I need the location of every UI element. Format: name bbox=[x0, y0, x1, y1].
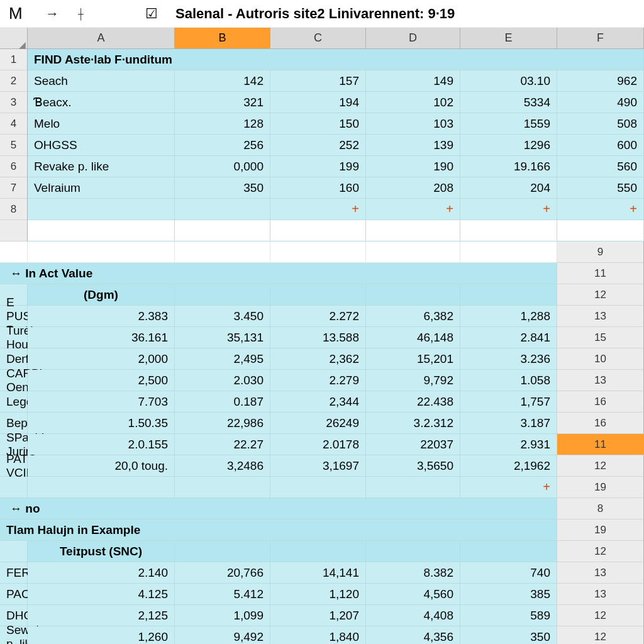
cell[interactable] bbox=[366, 242, 460, 263]
cell[interactable]: Sewake p. like bbox=[0, 626, 28, 644]
cell[interactable]: 2.279 bbox=[270, 370, 366, 391]
cell[interactable]: 350 bbox=[175, 177, 270, 199]
cell[interactable]: 160 bbox=[270, 177, 366, 199]
cell[interactable]: 2.272 bbox=[270, 306, 366, 327]
row-header[interactable]: 4 bbox=[0, 113, 28, 135]
cell[interactable]: 1,260 bbox=[28, 626, 175, 644]
row-header[interactable]: 7 bbox=[0, 177, 28, 199]
cell[interactable] bbox=[175, 242, 270, 263]
add-icon[interactable]: + bbox=[366, 199, 460, 220]
cell[interactable] bbox=[175, 284, 270, 306]
col-header-b[interactable]: B bbox=[175, 28, 270, 48]
cell[interactable]: 350 bbox=[460, 626, 557, 644]
row-header[interactable]: 13 bbox=[557, 306, 644, 327]
cell[interactable]: 149 bbox=[366, 70, 460, 92]
cell[interactable]: 1296 bbox=[460, 135, 557, 156]
cell[interactable]: 20,766 bbox=[175, 562, 270, 584]
cell[interactable] bbox=[366, 284, 460, 306]
row-header[interactable]: 12 bbox=[557, 284, 644, 306]
select-all-corner[interactable] bbox=[0, 28, 28, 48]
cell[interactable]: 3,1697 bbox=[270, 455, 366, 477]
row-header[interactable]: 19 bbox=[557, 519, 644, 541]
cell[interactable]: 5.412 bbox=[175, 584, 270, 605]
cell[interactable] bbox=[270, 220, 366, 242]
cell[interactable] bbox=[175, 199, 270, 220]
cell[interactable]: 740 bbox=[460, 562, 557, 584]
cell[interactable]: 321 bbox=[175, 92, 270, 113]
row-header[interactable]: 19 bbox=[557, 477, 644, 498]
cell[interactable]: FERS bbox=[0, 562, 28, 584]
cell[interactable] bbox=[460, 284, 557, 306]
cell[interactable]: 46,148 bbox=[366, 327, 460, 348]
cell[interactable]: 1,757 bbox=[460, 391, 557, 413]
row-header[interactable]: 9 bbox=[557, 242, 644, 263]
cell[interactable]: 9,792 bbox=[366, 370, 460, 391]
cell[interactable] bbox=[270, 284, 366, 306]
col-header-f[interactable]: F bbox=[557, 28, 644, 48]
cell[interactable] bbox=[557, 220, 644, 242]
cell[interactable]: 103 bbox=[366, 113, 460, 135]
cell[interactable]: 490 bbox=[557, 92, 644, 113]
cell[interactable]: 385 bbox=[460, 584, 557, 605]
cell[interactable]: 36.161 bbox=[28, 327, 175, 348]
cell[interactable] bbox=[366, 220, 460, 242]
cell[interactable]: 3,5650 bbox=[366, 455, 460, 477]
cell[interactable]: 7.703 bbox=[28, 391, 175, 413]
cell[interactable] bbox=[28, 199, 175, 220]
row-header[interactable]: 2 bbox=[0, 70, 28, 92]
cell[interactable]: 2,125 bbox=[28, 605, 175, 626]
add-icon[interactable]: + bbox=[557, 199, 644, 220]
cell[interactable]: (Dgm) bbox=[28, 284, 175, 306]
row-header[interactable] bbox=[0, 220, 28, 242]
add-icon[interactable] bbox=[270, 477, 366, 498]
cell[interactable]: 0.187 bbox=[175, 391, 270, 413]
cell[interactable]: 22.438 bbox=[366, 391, 460, 413]
cell[interactable]: 600 bbox=[557, 135, 644, 156]
row-header[interactable]: 3 bbox=[0, 92, 28, 113]
cell[interactable]: 4,408 bbox=[366, 605, 460, 626]
cell[interactable]: 128 bbox=[175, 113, 270, 135]
cell[interactable]: 1,207 bbox=[270, 605, 366, 626]
row-header[interactable]: 6 bbox=[0, 156, 28, 177]
cell[interactable]: PACTE bbox=[0, 584, 28, 605]
cell[interactable]: 26249 bbox=[270, 413, 366, 434]
cell[interactable]: 190 bbox=[366, 156, 460, 177]
add-icon[interactable] bbox=[366, 477, 460, 498]
row-header[interactable]: 12 bbox=[557, 455, 644, 477]
cell[interactable] bbox=[460, 541, 557, 562]
cell[interactable]: 2.030 bbox=[175, 370, 270, 391]
add-icon[interactable]: + bbox=[460, 477, 557, 498]
add-icon[interactable]: + bbox=[460, 199, 557, 220]
cell[interactable]: Tlam Halujn in Example bbox=[0, 519, 557, 541]
row-header[interactable]: 11 bbox=[557, 434, 644, 455]
cell[interactable]: 252 bbox=[270, 135, 366, 156]
row-header[interactable]: 10 bbox=[557, 348, 644, 370]
cell[interactable]: 256 bbox=[175, 135, 270, 156]
cell[interactable] bbox=[28, 242, 175, 263]
cell[interactable]: 2,362 bbox=[270, 348, 366, 370]
cell[interactable]: 550 bbox=[557, 177, 644, 199]
cell[interactable]: 1,120 bbox=[270, 584, 366, 605]
spreadsheet-grid[interactable]: 1FIND Aste·lab F·unditum2Seach1421571490… bbox=[0, 49, 644, 644]
col-header-d[interactable]: D bbox=[366, 28, 460, 48]
row-header[interactable]: 11 bbox=[557, 263, 644, 284]
cell[interactable]: 1.058 bbox=[460, 370, 557, 391]
col-header-a[interactable]: A bbox=[28, 28, 175, 48]
row-header[interactable]: 12 bbox=[557, 626, 644, 644]
cell[interactable]: 4,560 bbox=[366, 584, 460, 605]
cell[interactable]: 0,000 bbox=[175, 156, 270, 177]
cell[interactable]: FIND Aste·lab F·unditum bbox=[28, 49, 644, 70]
cell[interactable]: Seach bbox=[28, 70, 175, 92]
row-header[interactable]: 16 bbox=[557, 413, 644, 434]
cell[interactable] bbox=[0, 477, 28, 498]
cell[interactable]: Teiɪpust (SNC) bbox=[28, 541, 175, 562]
cell[interactable]: 589 bbox=[460, 605, 557, 626]
row-header[interactable]: 15 bbox=[557, 327, 644, 348]
cell[interactable]: 13.588 bbox=[270, 327, 366, 348]
cell[interactable]: Revake p. like bbox=[28, 156, 175, 177]
cell[interactable]: 560 bbox=[557, 156, 644, 177]
cell[interactable]: 2.140 bbox=[28, 562, 175, 584]
cell[interactable]: 2.841 bbox=[460, 327, 557, 348]
section-header[interactable]: ↔ no bbox=[0, 498, 557, 519]
cell[interactable] bbox=[175, 541, 270, 562]
